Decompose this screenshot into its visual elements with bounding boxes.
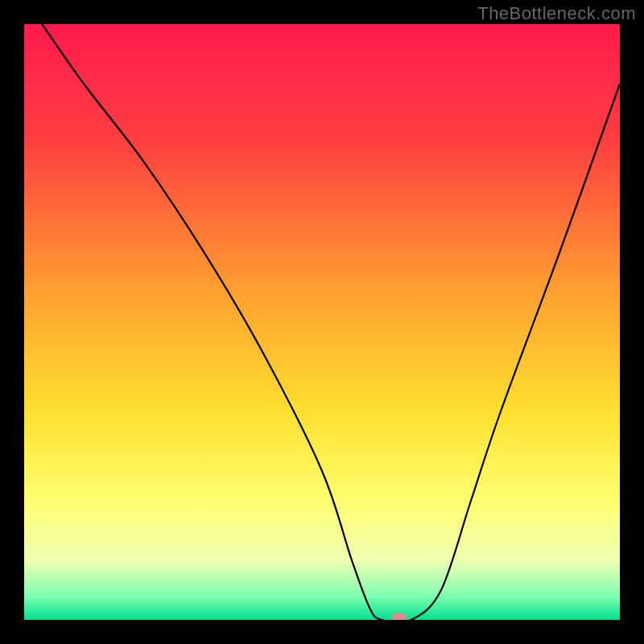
watermark-label: TheBottleneck.com [477, 3, 636, 24]
optimal-point-marker [392, 613, 407, 620]
bottleneck-curve [24, 24, 620, 620]
chart-container: TheBottleneck.com [0, 0, 644, 644]
plot-area [24, 24, 620, 620]
